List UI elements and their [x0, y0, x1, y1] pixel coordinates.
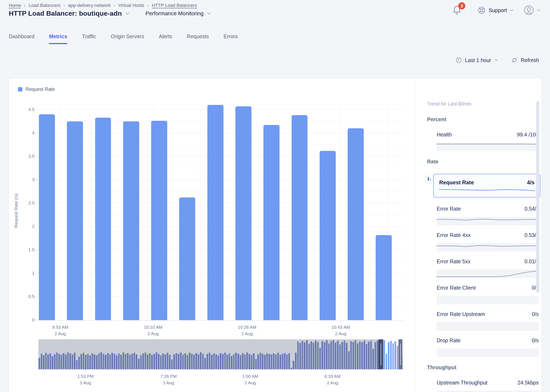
time-range-label: Last 1 hour — [465, 57, 491, 63]
brush-handle-right[interactable] — [398, 339, 402, 369]
y-tick-mark — [36, 110, 38, 110]
minimap-tick-mark — [169, 370, 169, 371]
metric-error-rate-4xx[interactable]: Error Rate 4xx0.53/s — [437, 232, 539, 252]
breadcrumb-item[interactable]: Virtual Hosts — [118, 3, 144, 8]
view-selector-dropdown[interactable]: Performance Monitoring — [146, 10, 211, 17]
chart-bar[interactable] — [67, 121, 83, 320]
chart-bar[interactable] — [151, 121, 167, 320]
y-axis-ticks: 00.511.522.533.544.5 — [16, 103, 35, 320]
avatar-icon — [524, 5, 534, 15]
life-ring-icon — [477, 6, 486, 15]
breadcrumb-separator-icon: › — [147, 2, 149, 8]
breadcrumb-item[interactable]: Load Balancers — [29, 3, 61, 8]
refresh-button[interactable]: Refresh — [511, 57, 539, 63]
sidebar-sections: PercentHealth99.4 /100RateRequest Rate4/… — [427, 116, 542, 392]
chart-bar[interactable] — [320, 151, 336, 320]
tab-alerts[interactable]: Alerts — [159, 34, 172, 44]
breadcrumb-separator-icon: › — [63, 2, 65, 8]
metric-upstream-throughput[interactable]: Upstream Throughput24.5kbps — [437, 380, 539, 392]
chart-bar[interactable] — [292, 115, 308, 320]
y-tick-mark — [36, 273, 38, 273]
y-tick-label: 1.5 — [16, 247, 35, 252]
chart-bar[interactable] — [179, 197, 195, 320]
chart-bar[interactable] — [207, 105, 224, 320]
metric-sparkline — [437, 243, 539, 252]
metric-error-rate[interactable]: Error Rate0.54/s — [437, 206, 539, 225]
minimap-unselected-overlay[interactable] — [38, 339, 378, 369]
tab-bar: DashboardMetricsTrafficOrigin ServersAle… — [9, 34, 238, 44]
metric-sparkline — [437, 391, 539, 392]
minimap-bar — [392, 343, 394, 369]
breadcrumb-item[interactable]: HTTP Load Balancers — [152, 3, 197, 8]
tab-traffic[interactable]: Traffic — [82, 34, 96, 44]
metric-header: Request Rate4/s — [439, 179, 535, 186]
breadcrumb-item[interactable]: app-delivery-network — [68, 3, 111, 8]
metric-error-rate-upstream[interactable]: Error Rate Upstream0/s — [437, 311, 539, 330]
metric-spark-box — [437, 296, 539, 304]
breadcrumb-item[interactable]: Home — [9, 3, 21, 8]
metric-name: Error Rate Upstream — [437, 311, 485, 317]
x-tick-label: 10:10 AM2 Aug — [144, 324, 162, 337]
chart-bar[interactable] — [123, 121, 139, 320]
legend-label: Request Rate — [26, 86, 55, 92]
breadcrumb: Home›Load Balancers›app-delivery-network… — [9, 2, 197, 8]
y-tick-label: 4.5 — [16, 107, 35, 112]
metrics-card: Request Rate Request Rate (/s) 00.511.52… — [9, 78, 542, 392]
section-title-percent: Percent — [427, 116, 542, 122]
chart-controls: Last 1 hour Refresh — [455, 57, 539, 63]
bar-chart-icon-bar — [428, 177, 429, 181]
refresh-label: Refresh — [521, 57, 539, 63]
chart-bar[interactable] — [95, 118, 111, 320]
metric-drop-rate[interactable]: Drop Rate0/s — [437, 337, 539, 357]
minimap-tick-label: 1:53 PM1 Aug — [77, 373, 94, 386]
title-chevron-down-icon[interactable] — [125, 11, 130, 16]
metric-sparkline — [437, 217, 539, 225]
chart-bar[interactable] — [263, 125, 280, 320]
account-menu[interactable] — [524, 5, 541, 15]
chart-bar[interactable] — [235, 106, 252, 320]
minimap-bar — [383, 340, 385, 369]
support-label: Support — [488, 7, 507, 13]
tab-origin-servers[interactable]: Origin Servers — [111, 34, 144, 44]
metric-name: Health — [437, 132, 452, 138]
metric-error-rate-5xx[interactable]: Error Rate 5xx0.01/s — [437, 259, 539, 278]
metric-header: Health99.4 /100 — [437, 132, 539, 138]
chart-legend[interactable]: Request Rate — [18, 86, 55, 92]
metric-name: Error Rate 4xx — [437, 232, 470, 238]
chart-bar[interactable] — [348, 128, 364, 320]
brush-handle-left[interactable] — [378, 339, 383, 369]
y-tick-label: 1 — [16, 271, 35, 276]
sidebar-scrollbar[interactable] — [536, 101, 539, 293]
time-range-chevron-down-icon — [494, 58, 499, 63]
section-title-throughput: Throughput — [427, 364, 542, 371]
tab-dashboard[interactable]: Dashboard — [9, 34, 34, 44]
y-tick-mark — [36, 226, 38, 227]
metric-error-rate-client[interactable]: Error Rate Client0/s — [437, 285, 539, 304]
metric-health[interactable]: Health99.4 /100 — [437, 132, 539, 151]
notifications-button[interactable]: 2 — [451, 4, 463, 16]
metric-spark-box — [437, 217, 539, 225]
x-tick-mark — [60, 321, 61, 322]
refresh-icon — [511, 57, 518, 63]
minimap-bar — [395, 342, 396, 369]
timeline-minimap — [38, 339, 403, 370]
x-tick-mark — [247, 321, 247, 322]
metric-request-rate[interactable]: Request Rate4/s — [433, 174, 540, 197]
time-range-dropdown[interactable]: Last 1 hour — [455, 57, 499, 63]
tab-errors[interactable]: Errors — [224, 34, 238, 44]
y-tick-label: 2.5 — [16, 200, 35, 205]
y-tick-label: 0 — [16, 317, 35, 322]
chart-bar[interactable] — [376, 235, 392, 320]
tab-requests[interactable]: Requests — [187, 34, 209, 44]
support-menu[interactable]: Support — [477, 6, 514, 15]
chart-bar[interactable] — [39, 114, 55, 320]
y-tick-mark — [36, 180, 38, 180]
metric-spark-box — [437, 143, 539, 151]
x-tick-label: 9:53 AM2 Aug — [52, 324, 68, 337]
metric-value: 99.4 /100 — [517, 132, 539, 138]
tab-metrics[interactable]: Metrics — [49, 34, 67, 44]
y-tick-mark — [36, 320, 38, 320]
bar-chart-icon — [426, 175, 433, 183]
metric-sparkline — [437, 143, 539, 151]
y-tick-label: 4 — [16, 130, 35, 135]
